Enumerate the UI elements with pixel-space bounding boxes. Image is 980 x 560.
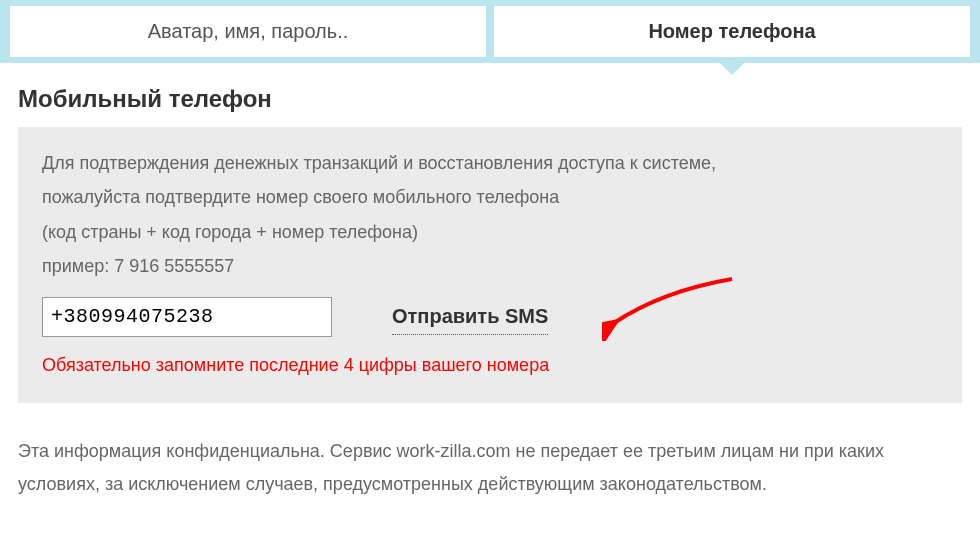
- phone-input[interactable]: [42, 297, 332, 337]
- info-text-4: пример: 7 916 5555557: [42, 250, 938, 282]
- section-title: Мобильный телефон: [18, 85, 962, 113]
- tab-phone[interactable]: Номер телефона: [494, 6, 970, 63]
- phone-confirmation-box: Для подтверждения денежных транзакций и …: [18, 127, 962, 403]
- tab-avatar[interactable]: Аватар, имя, пароль..: [10, 6, 486, 63]
- info-text-1: Для подтверждения денежных транзакций и …: [42, 147, 938, 179]
- tabs-bar: Аватар, имя, пароль.. Номер телефона: [0, 0, 980, 63]
- send-sms-link[interactable]: Отправить SMS: [392, 298, 548, 335]
- privacy-footer: Эта информация конфиденциальна. Сервис w…: [0, 413, 980, 524]
- content-area: Мобильный телефон Для подтверждения дене…: [0, 63, 980, 413]
- warning-text: Обязательно запомните последние 4 цифры …: [42, 349, 938, 381]
- form-row: Отправить SMS: [42, 297, 938, 337]
- info-text-3: (код страны + код города + номер телефон…: [42, 216, 938, 248]
- info-text-2: пожалуйста подтвердите номер своего моби…: [42, 181, 938, 213]
